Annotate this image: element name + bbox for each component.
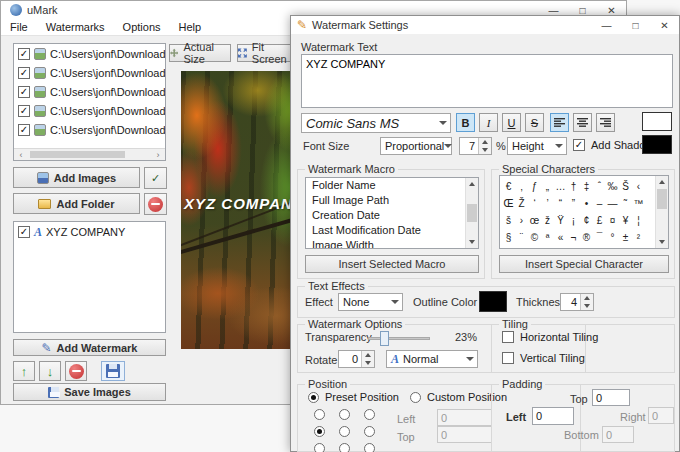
- actual-size-button[interactable]: Actual Size: [169, 44, 231, 62]
- spin-up-icon[interactable]: [479, 138, 491, 146]
- preset-position-radio[interactable]: Preset Position: [308, 391, 399, 403]
- font-size-mode-select[interactable]: Proportional: [380, 137, 452, 155]
- special-character-cell[interactable]: ‡: [580, 178, 593, 195]
- special-character-cell[interactable]: ®: [580, 229, 593, 246]
- scroll-down-icon[interactable]: [466, 236, 478, 248]
- special-character-cell[interactable]: †: [567, 178, 580, 195]
- scroll-right-icon[interactable]: ›: [151, 150, 165, 160]
- special-character-cell[interactable]: š: [502, 212, 515, 229]
- macro-item[interactable]: Image Width: [306, 238, 478, 249]
- special-character-cell[interactable]: œ: [528, 212, 541, 229]
- file-list-item[interactable]: ✓ C:\Users\jonf\Downloads\From Ca: [14, 63, 165, 82]
- special-character-cell[interactable]: „: [541, 178, 554, 195]
- bold-button[interactable]: B: [456, 113, 475, 132]
- dialog-maximize-button[interactable]: □: [621, 16, 650, 34]
- padding-right-field[interactable]: 0: [648, 407, 674, 424]
- scroll-left-icon[interactable]: ‹: [14, 150, 28, 160]
- save-images-button[interactable]: Save Images: [13, 383, 166, 401]
- special-character-cell[interactable]: ˜: [619, 195, 632, 212]
- file-checkbox[interactable]: ✓: [18, 124, 30, 136]
- special-character-cell[interactable]: —: [606, 195, 619, 212]
- outline-color-swatch[interactable]: [479, 291, 507, 312]
- special-character-cell[interactable]: “: [554, 195, 567, 212]
- effect-select[interactable]: None: [338, 293, 403, 311]
- file-list-item[interactable]: ✓ C:\Users\jonf\Downloads\From Ca: [14, 120, 165, 139]
- move-up-button[interactable]: ↑: [13, 361, 35, 381]
- blend-mode-select[interactable]: A Normal: [386, 350, 478, 368]
- macro-vscrollbar[interactable]: [465, 178, 478, 248]
- quick-save-button[interactable]: [101, 361, 125, 381]
- scroll-up-icon[interactable]: [466, 178, 478, 190]
- align-center-button[interactable]: [573, 113, 592, 132]
- shadow-color-swatch[interactable]: [642, 135, 672, 154]
- preset-top-right-radio[interactable]: [364, 409, 375, 420]
- preset-top-left-radio[interactable]: [314, 409, 325, 420]
- special-character-cell[interactable]: «: [554, 229, 567, 246]
- special-character-cell[interactable]: Ž: [515, 195, 528, 212]
- file-list-hscrollbar[interactable]: ‹ ›: [14, 148, 165, 160]
- menu-file[interactable]: File: [1, 21, 37, 33]
- macro-item[interactable]: Last Modification Date: [306, 223, 478, 238]
- special-character-cell[interactable]: ´: [515, 246, 528, 249]
- special-character-cell[interactable]: ›: [515, 212, 528, 229]
- special-character-cell[interactable]: €: [502, 178, 515, 195]
- preset-bottom-center-radio[interactable]: [339, 443, 350, 452]
- macro-item[interactable]: Full Image Path: [306, 193, 478, 208]
- relative-to-select[interactable]: Height: [507, 137, 567, 155]
- special-character-cell[interactable]: ž: [541, 212, 554, 229]
- special-character-cell[interactable]: ˆ: [593, 178, 606, 195]
- file-list-item[interactable]: ✓ C:\Users\jonf\Downloads\From Ca: [14, 101, 165, 120]
- preset-middle-right-radio[interactable]: [364, 426, 375, 437]
- special-character-cell[interactable]: ¡: [567, 212, 580, 229]
- file-checkbox[interactable]: ✓: [18, 67, 30, 79]
- special-character-cell[interactable]: ”: [567, 195, 580, 212]
- file-list-item[interactable]: ✓ C:\Users\jonf\Downloads\From Ca: [14, 44, 165, 63]
- file-checkbox[interactable]: ✓: [18, 86, 30, 98]
- special-character-cell[interactable]: •: [580, 195, 593, 212]
- preset-bottom-right-radio[interactable]: [364, 443, 375, 452]
- special-character-cell[interactable]: –: [593, 195, 606, 212]
- special-character-cell[interactable]: ƒ: [528, 178, 541, 195]
- font-size-value-spinner[interactable]: 7: [459, 137, 492, 155]
- underline-button[interactable]: U: [502, 113, 521, 132]
- spin-up-icon[interactable]: [581, 294, 593, 302]
- padding-left-field[interactable]: 0: [532, 407, 574, 425]
- special-character-cell[interactable]: ¢: [580, 212, 593, 229]
- watermark-list-item[interactable]: ✓ A XYZ COMPANY: [14, 222, 165, 242]
- special-character-cell[interactable]: ¬: [567, 229, 580, 246]
- scroll-up-icon[interactable]: [656, 176, 668, 188]
- menu-options[interactable]: Options: [114, 21, 170, 33]
- special-character-cell[interactable]: ²: [632, 229, 645, 246]
- transparency-slider[interactable]: [368, 337, 430, 340]
- special-character-cell[interactable]: ‹: [632, 178, 645, 195]
- special-character-cell[interactable]: £: [593, 212, 606, 229]
- menu-help[interactable]: Help: [170, 21, 211, 33]
- special-character-cell[interactable]: °: [606, 229, 619, 246]
- preset-middle-center-radio[interactable]: [339, 426, 350, 437]
- spin-down-icon[interactable]: [362, 359, 374, 367]
- special-characters-box[interactable]: €‚ƒ„…†‡ˆ‰Š‹ŒŽ‘’“”•–—˜™š›œžŸ¡¢£¤¥¦§¨©ª«¬®…: [499, 175, 669, 249]
- chars-vscrollbar[interactable]: [655, 176, 668, 248]
- special-character-cell[interactable]: §: [502, 229, 515, 246]
- add-images-button[interactable]: Add Images: [13, 167, 140, 188]
- custom-left-field[interactable]: 0: [437, 409, 492, 426]
- file-list-item[interactable]: ✓ C:\Users\jonf\Downloads\From Ca: [14, 82, 165, 101]
- file-checkbox[interactable]: ✓: [18, 105, 30, 117]
- macro-item[interactable]: Folder Name: [306, 178, 478, 193]
- move-down-button[interactable]: ↓: [39, 361, 61, 381]
- dialog-minimize-button[interactable]: —: [592, 16, 621, 34]
- macro-listbox[interactable]: Folder Name Full Image Path Creation Dat…: [305, 177, 479, 249]
- hscroll-thumb[interactable]: [30, 151, 125, 158]
- special-character-cell[interactable]: ™: [632, 195, 645, 212]
- special-character-cell[interactable]: ±: [619, 229, 632, 246]
- macro-item[interactable]: Creation Date: [306, 208, 478, 223]
- add-folder-button[interactable]: Add Folder: [13, 193, 140, 214]
- special-character-cell[interactable]: ‘: [528, 195, 541, 212]
- horizontal-tiling-checkbox[interactable]: Horizontal Tiling: [502, 331, 598, 343]
- preset-top-center-radio[interactable]: [339, 409, 350, 420]
- special-character-cell[interactable]: ¨: [515, 229, 528, 246]
- add-watermark-button[interactable]: ✎ Add Watermark: [13, 339, 166, 356]
- special-character-cell[interactable]: ¯: [593, 229, 606, 246]
- special-character-cell[interactable]: ¦: [632, 212, 645, 229]
- special-character-cell[interactable]: ’: [541, 195, 554, 212]
